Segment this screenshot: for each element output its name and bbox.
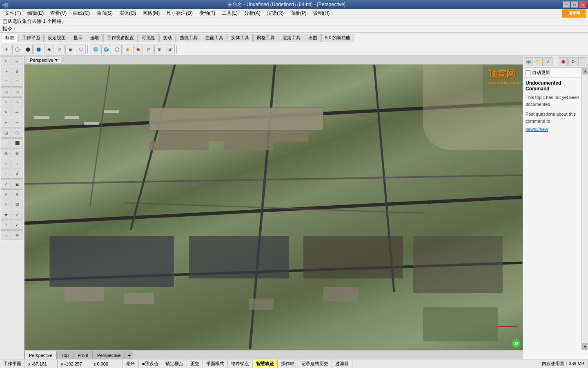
menu-dimension[interactable]: 尺寸标注(D) [163, 9, 196, 18]
lt-mesh[interactable]: ⊞ [1, 148, 11, 158]
lt-mesh2[interactable]: ⊟ [12, 148, 22, 158]
scroll-up-button[interactable]: ▲ [582, 68, 588, 74]
viewport-tab-perspective-2[interactable]: Perspective [93, 351, 125, 359]
viewport-label[interactable]: Perspective ▼ [27, 57, 61, 63]
tool-sphere3[interactable]: ◯ [112, 45, 122, 54]
menu-file[interactable]: 文件(F) [2, 9, 24, 18]
tool-box2[interactable]: ⬡ [76, 45, 86, 54]
sb-ortho[interactable]: 正交 [187, 359, 203, 368]
menu-tools[interactable]: 工具(L) [218, 9, 241, 18]
viewport-tab-front[interactable]: Front [73, 351, 93, 359]
lt-point[interactable]: ·+ [1, 67, 11, 76]
sb-history[interactable]: 记录建构历史 [298, 359, 332, 368]
minimize-button[interactable]: ─ [563, 1, 570, 8]
lt-snap2[interactable]: ⊠ [12, 230, 22, 240]
tool-box[interactable]: ▣ [65, 45, 75, 54]
menu-analyze[interactable]: 分析(A) [241, 9, 264, 18]
tool-circle-x[interactable]: ⊗ [154, 45, 164, 54]
tool-globe-blue[interactable]: ⬤ [33, 45, 43, 54]
lt-circle[interactable]: ○ [1, 97, 11, 107]
tab-setview[interactable]: 设定视图 [44, 34, 69, 42]
tool-monitor[interactable]: 🖥 [165, 45, 175, 54]
lt-cursor2[interactable]: ⊹ [12, 56, 22, 66]
tab-transform[interactable]: 变动 [159, 34, 176, 42]
menu-transform[interactable]: 变动(T) [196, 9, 218, 18]
lt-render2[interactable]: ☆ [12, 210, 22, 220]
tab-new-features[interactable]: 5.0 的新功能 [321, 34, 354, 42]
lt-rect2[interactable]: ▭ [12, 87, 22, 97]
rp-folder-icon[interactable]: 📁 [534, 57, 543, 66]
lt-cursor[interactable]: ↖ [1, 56, 11, 66]
lt-annotate[interactable]: ✓ [12, 220, 22, 230]
tab-viewport-config[interactable]: 工作视窗配置 [103, 34, 138, 42]
lt-rotate[interactable]: ↺ [12, 169, 22, 179]
close-button[interactable]: ✕ [579, 1, 586, 8]
lt-text[interactable]: T [1, 220, 11, 230]
lt-layer2[interactable]: ▤ [12, 200, 22, 209]
tab-select[interactable]: 选取 [87, 34, 103, 42]
tab-workplane[interactable]: 工作平面 [18, 34, 44, 42]
rp-color-icon[interactable]: ◉ [559, 57, 568, 66]
lt-rect[interactable]: ▭ [1, 87, 11, 97]
tool-globe-wire[interactable]: ◯ [12, 45, 22, 54]
lt-freeform2[interactable]: ✏ [12, 108, 22, 117]
lt-layer[interactable]: ≡ [1, 200, 11, 209]
sb-snap-grid[interactable]: 锁定栅点 [162, 359, 187, 368]
tab-mesh-tools[interactable]: 网格工具 [253, 34, 278, 42]
sb-smarttrack[interactable]: 智慧轨迹 [253, 359, 278, 368]
rp-settings-icon[interactable]: ⚙ [568, 57, 577, 66]
tool-sphere5[interactable]: ◉ [133, 45, 143, 54]
menu-solid[interactable]: 实体(O) [116, 9, 139, 18]
help-link[interactable]: news://new [526, 127, 548, 132]
tab-standard[interactable]: 标准 [2, 34, 18, 42]
lt-scale[interactable]: ⤢ [1, 179, 11, 189]
lt-explode[interactable]: ⊛ [1, 189, 11, 199]
lt-trim[interactable]: ✂ [1, 118, 11, 128]
tab-curve-tools[interactable]: 曲线工具 [176, 34, 201, 42]
lt-snap[interactable]: ⊡ [1, 230, 11, 240]
tool-sphere4[interactable]: ◉ [122, 45, 132, 54]
lt-move[interactable]: ↔ [1, 169, 11, 179]
lt-dimension[interactable]: ↔ [1, 159, 11, 168]
tool-sphere6[interactable]: ◎ [144, 45, 154, 54]
lt-solid[interactable]: ⬜ [1, 138, 11, 148]
menu-view[interactable]: 查看(V) [47, 9, 70, 18]
sb-preset[interactable]: ■预设值 [139, 359, 162, 368]
tool-select-icon[interactable]: ✛ [2, 45, 11, 54]
command-input[interactable] [17, 26, 586, 32]
lt-mirror[interactable]: ⬕ [12, 179, 22, 189]
viewport-canvas[interactable]: 顶宣网 toprender.com 39 [24, 65, 523, 350]
scroll-down-button[interactable]: ▼ [582, 343, 588, 350]
lt-trim2[interactable]: ⊸ [12, 118, 22, 128]
tab-visibility[interactable]: 可见性 [138, 34, 159, 42]
sb-unit[interactable]: 毫米 [123, 359, 139, 368]
tab-layout[interactable]: 出图 [305, 34, 321, 42]
tab-surface-tools[interactable]: 曲面工具 [202, 34, 227, 42]
menu-mesh[interactable]: 网格(M) [139, 9, 163, 18]
viewport-tab-top[interactable]: Top [57, 351, 73, 359]
tab-render-tools[interactable]: 渲染工具 [279, 34, 304, 42]
sb-gumball[interactable]: 操作轴 [278, 359, 298, 368]
maximize-button[interactable]: □ [571, 1, 578, 8]
lt-point2[interactable]: ⊕ [12, 67, 22, 76]
lt-freeform[interactable]: ✎ [1, 108, 11, 117]
menu-help[interactable]: 说明(H) [310, 9, 333, 18]
tool-sphere1[interactable]: ◉ [44, 45, 54, 54]
sb-planar[interactable]: 平面模式 [203, 359, 228, 368]
autoupdate-checkbox[interactable] [526, 70, 530, 75]
lt-spline[interactable]: 〜 [12, 97, 22, 107]
lt-arc[interactable]: ⌒ [1, 77, 11, 87]
lt-surface[interactable]: ◫ [1, 128, 11, 138]
tool-globe-shade[interactable]: ⬤ [23, 45, 33, 54]
tab-display[interactable]: 显示 [70, 34, 86, 42]
lt-render[interactable]: ★ [1, 210, 11, 220]
tool-globe2[interactable]: 🌍 [101, 45, 111, 54]
tab-solid-tools[interactable]: 实体工具 [227, 34, 253, 42]
rp-maximize-icon[interactable]: ⬜ [578, 57, 587, 66]
lt-solid2[interactable]: ⬛ [12, 138, 22, 148]
lt-arc2[interactable]: ⌒ [12, 77, 22, 87]
viewport-tab-perspective-1[interactable]: Perspective [24, 351, 57, 359]
menu-panels[interactable]: 面板(P) [287, 9, 310, 18]
menu-surface[interactable]: 曲面(S) [93, 9, 116, 18]
viewport-tab-add[interactable]: + [125, 351, 133, 359]
